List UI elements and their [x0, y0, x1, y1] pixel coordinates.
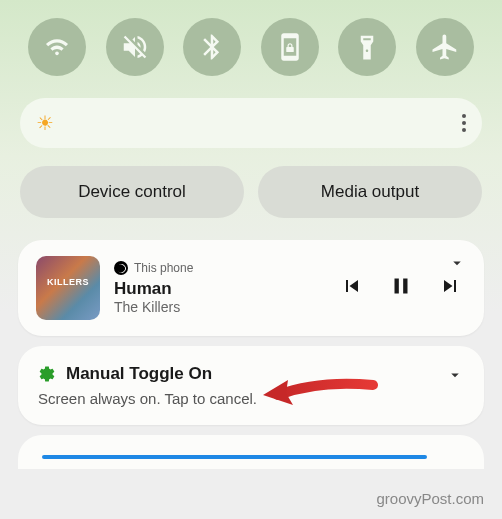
next-button[interactable]: [438, 274, 462, 302]
notification-title: Manual Toggle On: [66, 364, 212, 384]
airplane-toggle[interactable]: [416, 18, 474, 76]
wifi-toggle[interactable]: [28, 18, 86, 76]
expand-media-chevron[interactable]: [448, 254, 466, 272]
media-title: Human: [114, 279, 326, 299]
device-control-button[interactable]: Device control: [20, 166, 244, 218]
spotify-icon: [114, 261, 128, 275]
brightness-menu[interactable]: [462, 114, 466, 132]
bluetooth-toggle[interactable]: [183, 18, 241, 76]
download-card[interactable]: [18, 435, 484, 469]
brightness-icon: ☀: [36, 111, 54, 135]
chevron-down-icon: [448, 254, 466, 272]
media-source-label: This phone: [134, 261, 193, 275]
media-output-button[interactable]: Media output: [258, 166, 482, 218]
device-media-row: Device control Media output: [0, 162, 502, 230]
flashlight-icon: [352, 32, 382, 62]
notification-body: Screen always on. Tap to cancel.: [38, 390, 464, 407]
mute-icon: [120, 32, 150, 62]
progress-bar: [42, 455, 427, 459]
previous-button[interactable]: [340, 274, 364, 302]
rotation-lock-toggle[interactable]: [261, 18, 319, 76]
airplane-icon: [430, 32, 460, 62]
bluetooth-icon: [197, 32, 227, 62]
expand-notification-chevron[interactable]: [446, 366, 464, 384]
flashlight-toggle[interactable]: [338, 18, 396, 76]
notification-card[interactable]: Manual Toggle On Screen always on. Tap t…: [18, 346, 484, 425]
media-artist: The Killers: [114, 299, 326, 315]
gear-icon: [38, 365, 56, 383]
chevron-down-icon: [446, 366, 464, 384]
media-player-card[interactable]: This phone Human The Killers: [18, 240, 484, 336]
rotation-lock-icon: [275, 32, 305, 62]
wifi-icon: [42, 32, 72, 62]
quick-settings-row: [0, 0, 502, 90]
media-controls: [340, 273, 462, 303]
media-info: This phone Human The Killers: [114, 261, 326, 315]
watermark: groovyPost.com: [376, 490, 484, 507]
pause-button[interactable]: [388, 273, 414, 303]
brightness-slider[interactable]: ☀: [20, 98, 482, 148]
album-art: [36, 256, 100, 320]
mute-toggle[interactable]: [106, 18, 164, 76]
